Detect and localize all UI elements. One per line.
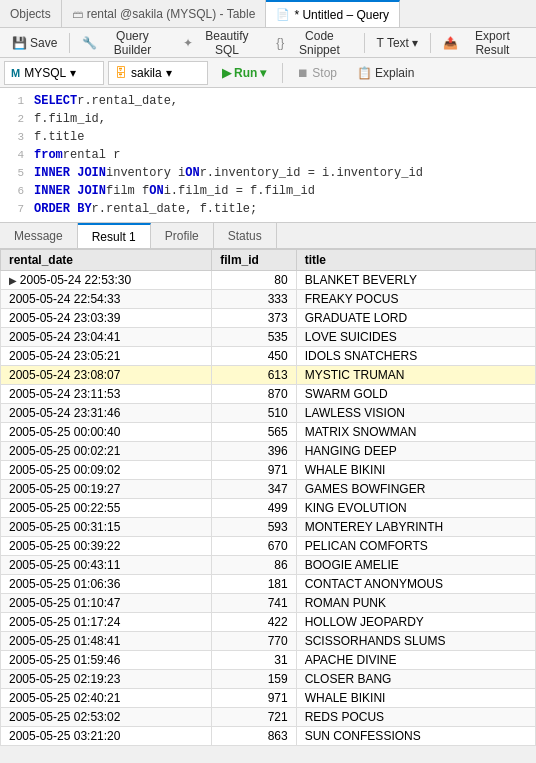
export-icon: 📤 <box>443 36 458 50</box>
cell-rental-date: 2005-05-25 03:21:20 <box>1 727 212 746</box>
run-dropdown-icon: ▾ <box>260 66 266 80</box>
table-row[interactable]: 2005-05-25 00:22:55499KING EVOLUTION <box>1 499 536 518</box>
table-row[interactable]: 2005-05-24 23:11:53870SWARM GOLD <box>1 385 536 404</box>
results-table: rental_date film_id title ▶ 2005-05-24 2… <box>0 249 536 746</box>
cell-film-id: 565 <box>212 423 296 442</box>
cell-rental-date: ▶ 2005-05-24 22:53:30 <box>1 271 212 290</box>
code-snippet-button[interactable]: {} Code Snippet <box>268 31 360 55</box>
table-row[interactable]: 2005-05-25 03:21:20863SUN CONFESSIONS <box>1 727 536 746</box>
table-row[interactable]: 2005-05-25 00:43:1186BOOGIE AMELIE <box>1 556 536 575</box>
cell-rental-date: 2005-05-25 01:06:36 <box>1 575 212 594</box>
table-row[interactable]: 2005-05-24 22:54:33333FREAKY POCUS <box>1 290 536 309</box>
qb-icon: 🔧 <box>82 36 97 50</box>
table-row[interactable]: 2005-05-25 01:17:24422HOLLOW JEOPARDY <box>1 613 536 632</box>
cell-film-id: 333 <box>212 290 296 309</box>
tab-query[interactable]: 📄 * Untitled – Query <box>266 0 400 27</box>
run-button[interactable]: ▶ Run ▾ <box>212 61 276 85</box>
code-line-4: 4from rental r <box>0 146 536 164</box>
tab-message[interactable]: Message <box>0 223 78 248</box>
table-row[interactable]: 2005-05-25 00:02:21396HANGING DEEP <box>1 442 536 461</box>
query-tab-label: * Untitled – Query <box>294 8 389 22</box>
cell-film-id: 593 <box>212 518 296 537</box>
code-line-1: 1SELECT r.rental_date, <box>0 92 536 110</box>
toolbar-sep-1 <box>69 33 70 53</box>
cell-title: KING EVOLUTION <box>296 499 535 518</box>
connection-toolbar: M MYSQL ▾ 🗄 sakila ▾ ▶ Run ▾ ⏹ Stop 📋 Ex… <box>0 58 536 88</box>
cell-film-id: 863 <box>212 727 296 746</box>
tab-profile[interactable]: Profile <box>151 223 214 248</box>
table-row[interactable]: 2005-05-24 23:08:07613MYSTIC TRUMAN <box>1 366 536 385</box>
table-row[interactable]: 2005-05-25 00:00:40565MATRIX SNOWMAN <box>1 423 536 442</box>
code-line-2: 2 f.film_id, <box>0 110 536 128</box>
cell-title: REDS POCUS <box>296 708 535 727</box>
table-row[interactable]: 2005-05-24 23:05:21450IDOLS SNATCHERS <box>1 347 536 366</box>
tab-rental[interactable]: 🗃 rental @sakila (MYSQL) - Table <box>62 0 267 27</box>
beautify-icon: ✦ <box>183 36 193 50</box>
row-arrow-icon: ▶ <box>9 275 20 286</box>
table-row[interactable]: 2005-05-25 00:31:15593MONTEREY LABYRINTH <box>1 518 536 537</box>
explain-button[interactable]: 📋 Explain <box>349 61 422 85</box>
database-select[interactable]: 🗄 sakila ▾ <box>108 61 208 85</box>
table-row[interactable]: 2005-05-25 00:19:27347GAMES BOWFINGER <box>1 480 536 499</box>
cell-title: FREAKY POCUS <box>296 290 535 309</box>
table-row[interactable]: ▶ 2005-05-24 22:53:3080BLANKET BEVERLY <box>1 271 536 290</box>
toolbar2-sep <box>282 63 283 83</box>
rental-tab-label: rental @sakila (MYSQL) - Table <box>87 7 256 21</box>
table-icon: 🗃 <box>72 8 83 20</box>
cell-film-id: 971 <box>212 689 296 708</box>
cell-rental-date: 2005-05-25 00:43:11 <box>1 556 212 575</box>
cell-film-id: 510 <box>212 404 296 423</box>
engine-select[interactable]: M MYSQL ▾ <box>4 61 104 85</box>
table-row[interactable]: 2005-05-25 02:53:02721REDS POCUS <box>1 708 536 727</box>
code-line-3: 3 f.title <box>0 128 536 146</box>
main-toolbar: 💾 Save 🔧 Query Builder ✦ Beautify SQL {}… <box>0 28 536 58</box>
cell-title: CONTACT ANONYMOUS <box>296 575 535 594</box>
line-number-2: 2 <box>4 110 24 128</box>
cell-film-id: 181 <box>212 575 296 594</box>
cell-rental-date: 2005-05-25 01:10:47 <box>1 594 212 613</box>
code-icon: {} <box>276 36 284 50</box>
cell-film-id: 396 <box>212 442 296 461</box>
cell-rental-date: 2005-05-25 00:39:22 <box>1 537 212 556</box>
cell-title: SCISSORHANDS SLUMS <box>296 632 535 651</box>
line-number-7: 7 <box>4 200 24 218</box>
table-row[interactable]: 2005-05-25 02:19:23159CLOSER BANG <box>1 670 536 689</box>
cell-title: APACHE DIVINE <box>296 651 535 670</box>
table-row[interactable]: 2005-05-25 00:09:02971WHALE BIKINI <box>1 461 536 480</box>
tab-objects[interactable]: Objects <box>0 0 62 27</box>
tab-result1[interactable]: Result 1 <box>78 223 151 248</box>
cell-rental-date: 2005-05-25 00:19:27 <box>1 480 212 499</box>
query-icon: 📄 <box>276 8 290 21</box>
query-builder-button[interactable]: 🔧 Query Builder <box>74 31 172 55</box>
table-row[interactable]: 2005-05-24 23:31:46510LAWLESS VISION <box>1 404 536 423</box>
cell-film-id: 422 <box>212 613 296 632</box>
cell-title: MATRIX SNOWMAN <box>296 423 535 442</box>
table-row[interactable]: 2005-05-24 23:03:39373GRADUATE LORD <box>1 309 536 328</box>
cell-title: MYSTIC TRUMAN <box>296 366 535 385</box>
table-row[interactable]: 2005-05-25 00:39:22670PELICAN COMFORTS <box>1 537 536 556</box>
mysql-icon: M <box>11 67 20 79</box>
cell-film-id: 159 <box>212 670 296 689</box>
code-line-6: 6INNER JOIN film f ON i.film_id = f.film… <box>0 182 536 200</box>
table-row[interactable]: 2005-05-25 02:40:21971WHALE BIKINI <box>1 689 536 708</box>
cell-rental-date: 2005-05-25 00:02:21 <box>1 442 212 461</box>
export-result-button[interactable]: 📤 Export Result <box>435 31 532 55</box>
table-row[interactable]: 2005-05-25 01:06:36181CONTACT ANONYMOUS <box>1 575 536 594</box>
cell-film-id: 870 <box>212 385 296 404</box>
results-wrapper[interactable]: rental_date film_id title ▶ 2005-05-24 2… <box>0 249 536 763</box>
beautify-sql-button[interactable]: ✦ Beautify SQL <box>175 31 266 55</box>
line-number-3: 3 <box>4 128 24 146</box>
line-number-6: 6 <box>4 182 24 200</box>
table-row[interactable]: 2005-05-25 01:10:47741ROMAN PUNK <box>1 594 536 613</box>
save-button[interactable]: 💾 Save <box>4 31 65 55</box>
stop-button[interactable]: ⏹ Stop <box>289 61 345 85</box>
cell-film-id: 770 <box>212 632 296 651</box>
text-button[interactable]: T Text ▾ <box>369 31 426 55</box>
table-row[interactable]: 2005-05-25 01:48:41770SCISSORHANDS SLUMS <box>1 632 536 651</box>
table-row[interactable]: 2005-05-25 01:59:4631APACHE DIVINE <box>1 651 536 670</box>
tab-status[interactable]: Status <box>214 223 277 248</box>
sql-editor[interactable]: 1SELECT r.rental_date,2 f.film_id,3 f.ti… <box>0 88 536 223</box>
line-number-4: 4 <box>4 146 24 164</box>
table-row[interactable]: 2005-05-24 23:04:41535LOVE SUICIDES <box>1 328 536 347</box>
cell-rental-date: 2005-05-25 01:17:24 <box>1 613 212 632</box>
